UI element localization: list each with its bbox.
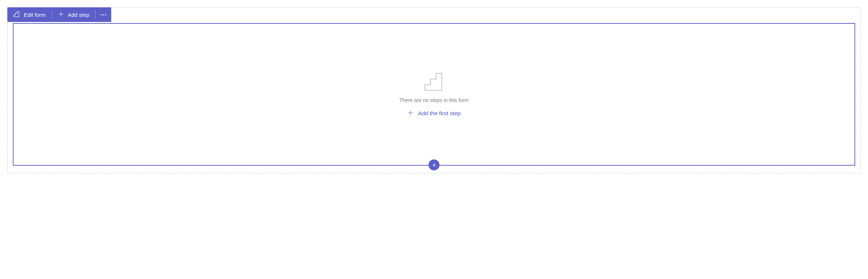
- form-toolbar: Edit form Add step: [7, 7, 111, 22]
- add-section-button[interactable]: [429, 159, 439, 170]
- empty-state: There are no steps in this form Add the …: [399, 72, 469, 117]
- add-first-step-label: Add the first step: [418, 110, 460, 117]
- edit-form-label: Edit form: [24, 12, 46, 18]
- plus-icon: [407, 110, 414, 117]
- form-drop-zone: Edit form Add step: [7, 7, 861, 173]
- ellipsis-icon: [101, 14, 106, 15]
- steps-icon: [423, 72, 445, 92]
- empty-state-message: There are no steps in this form: [399, 97, 469, 103]
- form-icon: [13, 11, 20, 19]
- add-step-button[interactable]: Add step: [52, 7, 95, 22]
- form-steps-container: There are no steps in this form Add the …: [13, 23, 855, 166]
- add-step-label: Add step: [68, 12, 89, 18]
- plus-icon: [431, 162, 437, 168]
- plus-icon: [58, 11, 64, 18]
- edit-form-button[interactable]: Edit form: [7, 7, 52, 22]
- more-options-button[interactable]: [96, 7, 111, 22]
- form-designer-canvas: Edit form Add step: [0, 0, 868, 181]
- add-first-step-button[interactable]: Add the first step: [407, 110, 460, 117]
